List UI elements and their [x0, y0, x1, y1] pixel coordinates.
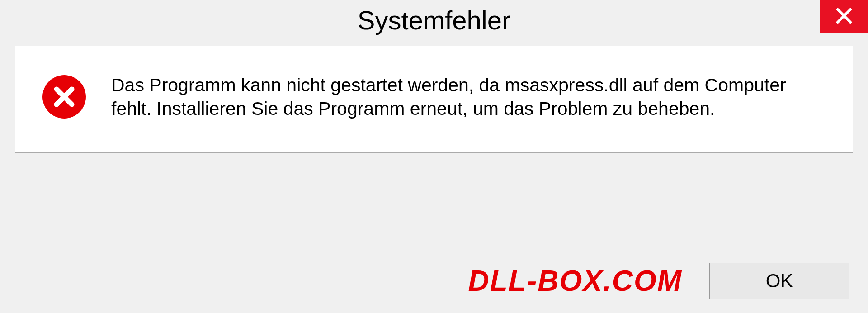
close-button[interactable] — [820, 0, 868, 33]
error-icon — [42, 75, 86, 119]
dialog-title: Systemfehler — [358, 5, 510, 35]
titlebar: Systemfehler — [0, 0, 868, 41]
error-message: Das Programm kann nicht gestartet werden… — [111, 73, 816, 121]
ok-button[interactable]: OK — [709, 263, 849, 299]
dialog-footer: DLL-BOX.COM OK — [0, 254, 868, 313]
error-dialog: Systemfehler Das Programm kann nicht ges… — [0, 0, 868, 313]
close-icon — [835, 7, 853, 27]
watermark-text: DLL-BOX.COM — [468, 264, 683, 298]
message-panel: Das Programm kann nicht gestartet werden… — [15, 46, 853, 153]
